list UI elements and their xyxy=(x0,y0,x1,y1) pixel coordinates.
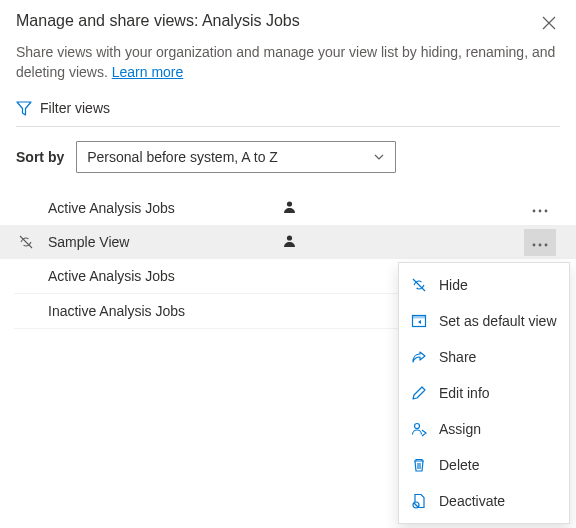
more-button[interactable] xyxy=(524,195,556,222)
default-view-icon xyxy=(411,313,427,329)
menu-item-label: Share xyxy=(439,349,476,365)
delete-icon xyxy=(411,457,427,473)
hide-icon xyxy=(411,277,427,293)
sort-select[interactable]: Personal before system, A to Z xyxy=(76,141,396,173)
context-menu: Hide Set as default view Share Edit info… xyxy=(398,262,570,524)
person-icon xyxy=(283,200,296,216)
list-item[interactable]: Sample View xyxy=(0,225,576,259)
deactivate-icon xyxy=(411,493,427,509)
hidden-icon xyxy=(14,234,38,250)
sort-selected-value: Personal before system, A to Z xyxy=(87,149,278,165)
panel-description: Share views with your organization and m… xyxy=(16,42,560,82)
menu-item-share[interactable]: Share xyxy=(399,339,569,375)
description-text: Share views with your organization and m… xyxy=(16,44,555,80)
filter-icon xyxy=(16,100,32,116)
svg-point-10 xyxy=(415,424,420,429)
svg-rect-9 xyxy=(413,316,426,319)
close-icon xyxy=(542,16,556,30)
chevron-down-icon xyxy=(373,151,385,163)
menu-item-delete[interactable]: Delete xyxy=(399,447,569,483)
ellipsis-icon xyxy=(532,243,548,247)
ellipsis-icon xyxy=(532,209,548,213)
more-button[interactable] xyxy=(524,229,556,256)
svg-point-0 xyxy=(286,201,291,206)
view-label: Active Analysis Jobs xyxy=(38,200,277,216)
filter-views-button[interactable]: Filter views xyxy=(16,100,560,126)
menu-item-hide[interactable]: Hide xyxy=(399,267,569,303)
assign-icon xyxy=(411,421,427,437)
list-item[interactable]: Active Analysis Jobs xyxy=(0,191,576,225)
svg-point-4 xyxy=(286,235,291,240)
share-icon xyxy=(411,349,427,365)
svg-point-7 xyxy=(545,243,548,246)
panel-title: Manage and share views: Analysis Jobs xyxy=(16,12,300,30)
svg-point-2 xyxy=(539,209,542,212)
menu-item-default-view[interactable]: Set as default view xyxy=(399,303,569,339)
menu-item-deactivate[interactable]: Deactivate xyxy=(399,483,569,519)
menu-item-label: Assign xyxy=(439,421,481,437)
menu-item-edit[interactable]: Edit info xyxy=(399,375,569,411)
svg-point-3 xyxy=(545,209,548,212)
view-label: Sample View xyxy=(38,234,277,250)
menu-item-assign[interactable]: Assign xyxy=(399,411,569,447)
sort-by-label: Sort by xyxy=(16,149,64,165)
person-icon xyxy=(283,234,296,250)
close-button[interactable] xyxy=(538,12,560,34)
menu-item-label: Delete xyxy=(439,457,479,473)
menu-item-label: Edit info xyxy=(439,385,490,401)
svg-point-5 xyxy=(533,243,536,246)
svg-point-1 xyxy=(533,209,536,212)
filter-views-label: Filter views xyxy=(40,100,110,116)
edit-icon xyxy=(411,385,427,401)
learn-more-link[interactable]: Learn more xyxy=(112,64,184,80)
menu-item-label: Set as default view xyxy=(439,313,557,329)
menu-item-label: Hide xyxy=(439,277,468,293)
menu-item-label: Deactivate xyxy=(439,493,505,509)
svg-point-6 xyxy=(539,243,542,246)
